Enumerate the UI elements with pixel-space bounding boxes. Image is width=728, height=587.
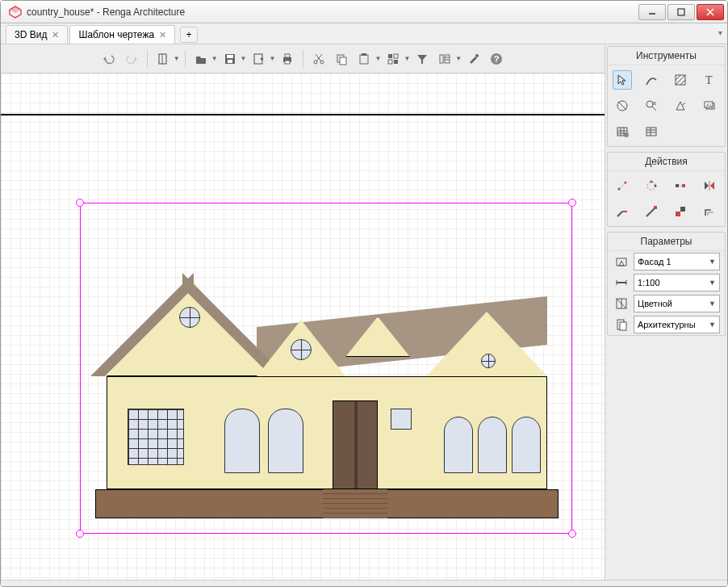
close-button[interactable] <box>697 4 724 20</box>
svg-rect-16 <box>285 54 290 57</box>
close-icon[interactable]: ✕ <box>52 30 59 40</box>
svg-marker-73 <box>705 182 709 190</box>
offset-action[interactable] <box>700 202 719 221</box>
resize-handle[interactable] <box>568 199 576 207</box>
svg-rect-80 <box>676 212 680 216</box>
minimize-button[interactable] <box>638 4 666 20</box>
drawing-canvas[interactable] <box>1 73 605 580</box>
label-tool[interactable]: A1 <box>700 96 719 115</box>
svg-rect-60 <box>646 128 656 136</box>
cut-button[interactable] <box>308 48 329 69</box>
view-select[interactable]: Фасад 1▼ <box>634 253 720 270</box>
page-boundary <box>1 114 605 115</box>
undo-button[interactable] <box>98 48 119 69</box>
styles-button[interactable] <box>383 48 404 69</box>
tab-3d-view[interactable]: 3D Вид ✕ <box>6 25 68 44</box>
svg-marker-49 <box>676 102 684 110</box>
dropdown-caret-icon[interactable]: ▼ <box>270 55 276 62</box>
help-button[interactable]: ? <box>486 48 507 69</box>
trim-action[interactable] <box>613 202 632 221</box>
paste-button[interactable] <box>354 48 374 69</box>
preset-select[interactable]: Архитектурны▼ <box>634 316 720 333</box>
hatch-tool[interactable] <box>671 70 690 90</box>
svg-line-21 <box>316 54 321 61</box>
svg-text:T: T <box>705 74 713 86</box>
svg-line-66 <box>619 182 625 189</box>
svg-rect-82 <box>617 258 626 266</box>
svg-line-20 <box>316 54 322 61</box>
scale-select[interactable]: 1:100▼ <box>634 274 720 291</box>
svg-rect-27 <box>394 54 398 58</box>
svg-rect-70 <box>676 184 679 187</box>
svg-marker-7 <box>135 57 137 61</box>
svg-rect-12 <box>228 60 232 63</box>
dropdown-caret-icon[interactable]: ▼ <box>404 55 410 62</box>
open-button[interactable] <box>190 48 211 69</box>
tab-bar: 3D Вид ✕ Шаблон чертежа ✕ + ▾ <box>1 23 727 44</box>
mirror-action[interactable] <box>700 176 719 195</box>
maximize-button[interactable] <box>667 4 695 20</box>
dropdown-caret-icon[interactable]: ▼ <box>174 55 180 62</box>
svg-rect-3 <box>678 9 684 15</box>
svg-rect-91 <box>620 322 626 330</box>
copy-action[interactable] <box>671 176 690 195</box>
dimension-tool[interactable]: a <box>642 96 661 115</box>
svg-text:a: a <box>653 100 656 106</box>
selection-frame[interactable] <box>80 203 572 534</box>
section-tool[interactable] <box>671 96 690 115</box>
close-icon[interactable]: ✕ <box>159 30 166 40</box>
text-tool[interactable]: T <box>700 70 719 90</box>
settings-button[interactable] <box>463 48 484 69</box>
svg-marker-6 <box>103 57 106 61</box>
schedule-tool[interactable] <box>642 122 661 141</box>
dropdown-caret-icon[interactable]: ▼ <box>455 55 462 62</box>
svg-rect-32 <box>445 55 450 63</box>
copy-button[interactable] <box>331 48 352 69</box>
line-tool[interactable] <box>642 70 661 90</box>
svg-rect-17 <box>285 61 290 64</box>
resize-handle[interactable] <box>76 199 84 207</box>
resize-handle[interactable] <box>76 530 84 538</box>
svg-text:?: ? <box>494 54 500 64</box>
svg-rect-71 <box>682 184 685 187</box>
svg-point-46 <box>646 101 653 107</box>
dropdown-caret-icon[interactable]: ▼ <box>241 55 247 62</box>
select-tool[interactable] <box>613 70 632 90</box>
resize-handle[interactable] <box>568 530 576 538</box>
svg-marker-1 <box>10 6 21 13</box>
scale-action[interactable] <box>671 202 690 221</box>
titlebar: country_house* - Renga Architecture <box>1 1 727 23</box>
move-action[interactable] <box>613 176 632 195</box>
filter-button[interactable] <box>412 48 433 69</box>
export-button[interactable] <box>249 48 270 69</box>
new-button[interactable] <box>153 48 174 69</box>
svg-rect-31 <box>440 55 443 63</box>
extend-action[interactable] <box>642 202 661 221</box>
view-icon <box>613 253 630 270</box>
dropdown-caret-icon[interactable]: ▼ <box>211 55 218 62</box>
scale-icon <box>613 274 630 291</box>
panel-title: Действия <box>608 153 725 171</box>
svg-line-76 <box>617 212 622 216</box>
svg-line-42 <box>680 80 685 85</box>
save-button[interactable] <box>220 48 241 69</box>
svg-marker-83 <box>619 261 624 266</box>
print-button[interactable] <box>277 48 298 69</box>
tab-drawing-template[interactable]: Шаблон чертежа ✕ <box>69 25 175 44</box>
svg-rect-26 <box>388 54 392 58</box>
add-tab-button[interactable]: + <box>180 27 198 43</box>
dropdown-caret-icon[interactable]: ▼ <box>374 55 381 62</box>
table-tool[interactable] <box>613 122 632 141</box>
actions-panel: Действия <box>607 152 726 227</box>
layers-button[interactable] <box>434 48 455 69</box>
redo-button[interactable] <box>121 48 142 69</box>
tab-label: Шаблон чертежа <box>78 29 154 40</box>
tabs-menu-chevron-icon[interactable]: ▾ <box>718 28 722 37</box>
parameters-panel: Параметры Фасад 1▼ 1:100▼ Цветной▼ Архит… <box>607 232 726 336</box>
svg-rect-28 <box>388 60 392 64</box>
axis-tool[interactable] <box>613 96 632 115</box>
style-select[interactable]: Цветной▼ <box>634 295 720 312</box>
rotate-action[interactable] <box>642 176 661 195</box>
app-icon <box>9 6 22 19</box>
svg-rect-25 <box>362 53 366 56</box>
